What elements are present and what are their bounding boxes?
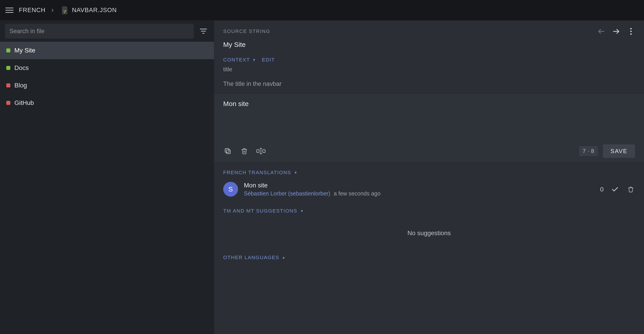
svg-point-9 — [630, 31, 632, 32]
next-string-button[interactable] — [612, 27, 620, 35]
breadcrumb-file-label: NAVBAR.JSON — [72, 7, 117, 14]
breadcrumb-language[interactable]: FRENCH — [19, 7, 46, 14]
string-list: My Site Docs Blog GitHub — [0, 42, 214, 334]
translation-item[interactable]: S Mon site Sébastien Lorber (sebastienlo… — [223, 182, 635, 197]
content-pane: SOURCE STRING My Site — [214, 21, 644, 334]
other-languages-block: OTHER LANGUAGES — [214, 248, 644, 267]
insert-placeholder-button[interactable] — [256, 147, 266, 156]
tm-block: TM AND MT SUGGESTIONS No suggestions — [214, 199, 644, 248]
status-indicator — [6, 83, 10, 87]
prev-string-button[interactable] — [597, 27, 606, 35]
translation-time: a few seconds ago — [334, 190, 380, 197]
status-indicator — [6, 48, 10, 52]
avatar: S — [223, 182, 238, 197]
context-edit-button[interactable]: EDIT — [262, 57, 275, 63]
string-item-my-site[interactable]: My Site — [0, 42, 214, 59]
svg-rect-14 — [263, 150, 265, 153]
more-menu-button[interactable] — [627, 27, 635, 35]
string-item-label: My Site — [14, 47, 35, 54]
svg-rect-12 — [225, 149, 229, 153]
copy-source-button[interactable] — [223, 147, 232, 156]
string-item-docs[interactable]: Docs — [0, 59, 214, 77]
context-toggle[interactable]: CONTEXT — [223, 57, 256, 63]
clear-button[interactable] — [240, 147, 249, 156]
no-suggestions-text: No suggestions — [223, 230, 635, 237]
vote-score: 0 — [600, 186, 604, 193]
svg-rect-13 — [257, 150, 259, 153]
context-description: The title in the navbar — [223, 80, 635, 87]
chevron-right-icon — [50, 8, 55, 13]
topbar: FRENCH NAVBAR.JSON — [0, 0, 644, 21]
translations-toggle[interactable]: FRENCH TRANSLATIONS — [223, 170, 635, 175]
translations-block: FRENCH TRANSLATIONS S Mon site Sébastien… — [214, 163, 644, 199]
source-text: My Site — [223, 41, 635, 48]
svg-point-2 — [64, 12, 65, 13]
tm-toggle[interactable]: TM AND MT SUGGESTIONS — [223, 208, 635, 214]
source-block: SOURCE STRING My Site — [214, 21, 644, 93]
search-input[interactable] — [5, 24, 194, 38]
breadcrumb-file[interactable]: NAVBAR.JSON — [61, 6, 117, 15]
filter-button[interactable] — [198, 25, 209, 37]
svg-rect-11 — [226, 150, 230, 154]
string-item-blog[interactable]: Blog — [0, 77, 214, 94]
svg-point-10 — [630, 33, 632, 35]
svg-point-8 — [630, 28, 632, 30]
char-count: 7 · 8 — [579, 146, 598, 156]
string-item-label: Docs — [14, 64, 29, 71]
translation-input[interactable] — [223, 100, 635, 138]
svg-point-0 — [63, 10, 64, 11]
context-key: title — [223, 66, 635, 73]
approve-button[interactable] — [611, 185, 619, 194]
status-indicator — [6, 66, 10, 70]
editor-block: 7 · 8 SAVE — [214, 93, 644, 163]
other-languages-toggle[interactable]: OTHER LANGUAGES — [223, 255, 635, 260]
save-button[interactable]: SAVE — [603, 144, 635, 158]
status-indicator — [6, 101, 10, 105]
translation-author[interactable]: Sébastien Lorber (sebastienlorber) — [244, 190, 330, 197]
svg-point-1 — [65, 10, 66, 11]
translation-text: Mon site — [244, 182, 380, 189]
menu-button[interactable] — [6, 5, 16, 15]
string-item-label: Blog — [14, 82, 27, 89]
string-item-label: GitHub — [14, 99, 34, 107]
json-file-icon — [61, 6, 68, 15]
sidebar: My Site Docs Blog GitHub — [0, 21, 214, 334]
string-item-github[interactable]: GitHub — [0, 94, 214, 112]
delete-translation-button[interactable] — [626, 185, 635, 194]
source-string-label: SOURCE STRING — [223, 28, 270, 34]
